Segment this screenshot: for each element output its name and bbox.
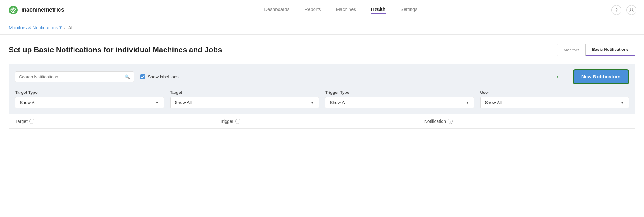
- show-label-tags-checkbox-label[interactable]: Show label tags: [140, 74, 179, 79]
- top-nav: machinemetrics Dashboards Reports Machin…: [0, 0, 644, 20]
- nav-icons: ?: [611, 5, 636, 15]
- basic-notifications-toggle-btn[interactable]: Basic Notifications: [586, 44, 635, 56]
- target-select[interactable]: Show All ▼: [170, 97, 319, 109]
- user-chevron: ▼: [621, 100, 624, 105]
- monitors-toggle-btn[interactable]: Monitors: [557, 44, 586, 56]
- table-header: Target i Trigger i Notification i: [9, 114, 635, 129]
- new-notification-button[interactable]: New Notification: [573, 69, 629, 84]
- nav-dashboards[interactable]: Dashboards: [264, 7, 289, 13]
- trigger-type-select[interactable]: Show All ▼: [325, 97, 474, 109]
- trigger-type-chevron: ▼: [466, 100, 469, 105]
- show-label-tags-checkbox[interactable]: [140, 74, 145, 79]
- search-icon: 🔍: [125, 74, 130, 79]
- logo: machinemetrics: [8, 4, 70, 16]
- nav-settings[interactable]: Settings: [401, 7, 417, 13]
- table-header-notification: Notification i: [424, 119, 629, 124]
- new-notification-arrow: ──────────→: [489, 72, 560, 82]
- search-box: 🔍: [15, 71, 134, 82]
- trigger-info-icon[interactable]: i: [235, 119, 240, 124]
- nav-health[interactable]: Health: [371, 6, 386, 14]
- logo-text: machinemetrics: [21, 7, 64, 13]
- breadcrumb: Monitors & Notifications ▾ / All: [0, 20, 644, 35]
- breadcrumb-dropdown-icon: ▾: [59, 24, 62, 30]
- page-title: Set up Basic Notifications for individua…: [9, 45, 222, 54]
- user-button[interactable]: [626, 5, 636, 15]
- logo-icon: [8, 4, 19, 16]
- target-type-label: Target Type: [15, 90, 164, 95]
- search-row: 🔍 Show label tags ──────────→ New Notifi…: [15, 69, 629, 84]
- breadcrumb-monitors-link[interactable]: Monitors & Notifications ▾: [9, 24, 62, 30]
- target-info-icon[interactable]: i: [29, 119, 34, 124]
- target-value: Show All: [175, 100, 192, 105]
- svg-point-2: [631, 8, 632, 10]
- user-select[interactable]: Show All ▼: [480, 97, 629, 109]
- user-label: User: [480, 90, 629, 95]
- arrow-area: ──────────→: [185, 72, 567, 82]
- target-label: Target: [170, 90, 319, 95]
- target-type-dropdown-group: Target Type Show All ▼: [15, 90, 164, 109]
- table-header-trigger: Trigger i: [220, 119, 424, 124]
- user-icon: [629, 8, 634, 13]
- main-content: Set up Basic Notifications for individua…: [0, 35, 644, 129]
- trigger-type-dropdown-group: Trigger Type Show All ▼: [325, 90, 474, 109]
- breadcrumb-separator: /: [64, 25, 66, 30]
- breadcrumb-current: All: [68, 25, 74, 30]
- trigger-type-label: Trigger Type: [325, 90, 474, 95]
- view-toggle: Monitors Basic Notifications: [557, 44, 635, 56]
- target-type-value: Show All: [20, 100, 37, 105]
- filter-area: 🔍 Show label tags ──────────→ New Notifi…: [9, 64, 635, 114]
- table-header-target: Target i: [15, 119, 220, 124]
- user-dropdown-group: User Show All ▼: [480, 90, 629, 109]
- target-type-select[interactable]: Show All ▼: [15, 97, 164, 109]
- nav-links: Dashboards Reports Machines Health Setti…: [70, 6, 611, 14]
- target-type-chevron: ▼: [156, 100, 159, 105]
- dropdowns-row: Target Type Show All ▼ Target Show All ▼…: [15, 90, 629, 109]
- help-button[interactable]: ?: [611, 5, 621, 15]
- nav-machines[interactable]: Machines: [336, 7, 356, 13]
- nav-reports[interactable]: Reports: [304, 7, 321, 13]
- search-input[interactable]: [19, 74, 122, 79]
- trigger-type-value: Show All: [330, 100, 347, 105]
- notification-info-icon[interactable]: i: [448, 119, 453, 124]
- show-label-tags-label: Show label tags: [148, 74, 179, 79]
- target-chevron: ▼: [310, 100, 314, 105]
- user-value: Show All: [485, 100, 502, 105]
- target-dropdown-group: Target Show All ▼: [170, 90, 319, 109]
- page-header: Set up Basic Notifications for individua…: [9, 44, 635, 56]
